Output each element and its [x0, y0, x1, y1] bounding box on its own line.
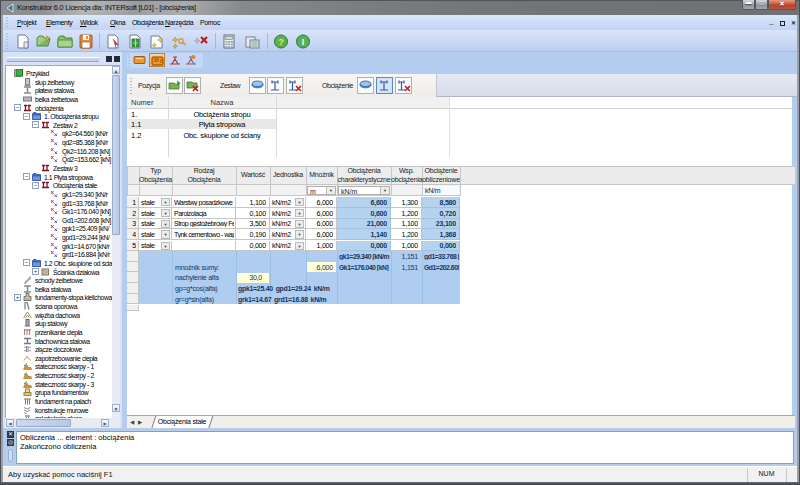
- svg-text:I: I: [302, 37, 305, 47]
- svg-text:?: ?: [278, 37, 284, 47]
